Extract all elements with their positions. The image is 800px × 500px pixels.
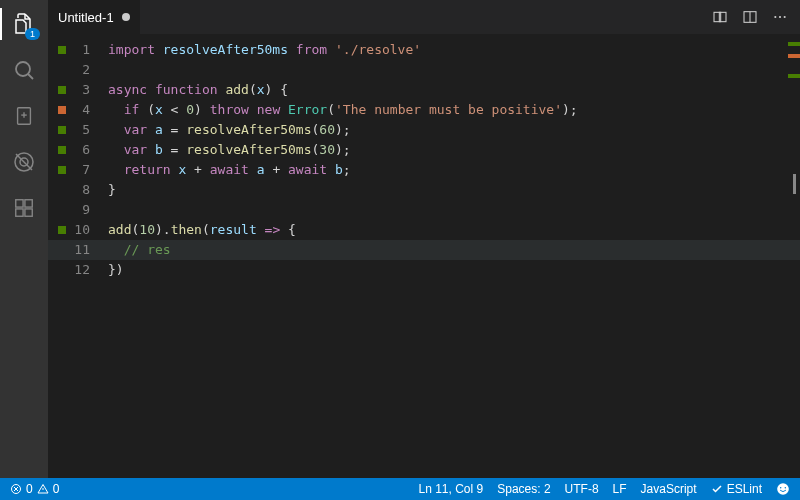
gutter-decoration-icon: [58, 126, 66, 134]
gutter-decoration-icon: [58, 146, 66, 154]
line-number: 3: [48, 80, 108, 100]
tab-untitled-1[interactable]: Untitled-1: [48, 0, 140, 34]
status-indent[interactable]: Spaces: 2: [497, 482, 550, 496]
explorer-badge: 1: [25, 28, 40, 40]
line-number: 8: [48, 180, 108, 200]
code-line[interactable]: // res: [108, 240, 800, 260]
gutter-decoration-icon: [58, 46, 66, 54]
debug-icon[interactable]: [10, 148, 38, 176]
status-eol[interactable]: LF: [613, 482, 627, 496]
line-number: 2: [48, 60, 108, 80]
status-feedback-icon[interactable]: [776, 482, 790, 496]
gutter-decoration-icon: [58, 86, 66, 94]
more-actions-icon[interactable]: [772, 9, 788, 25]
status-encoding[interactable]: UTF-8: [565, 482, 599, 496]
search-icon[interactable]: [10, 56, 38, 84]
line-number: 12: [48, 260, 108, 280]
split-editor-icon[interactable]: [742, 9, 758, 25]
svg-rect-10: [25, 209, 32, 216]
code-line[interactable]: import resolveAfter50ms from './resolve': [108, 40, 800, 60]
line-number: 6: [48, 140, 108, 160]
tab-bar: Untitled-1: [48, 0, 800, 34]
status-eslint[interactable]: ESLint: [711, 482, 762, 496]
svg-point-16: [774, 16, 776, 18]
code-line[interactable]: return x + await a + await b;: [108, 160, 800, 180]
status-bar: 0 0 Ln 11, Col 9 Spaces: 2 UTF-8 LF Java…: [0, 478, 800, 500]
code-line[interactable]: async function add(x) {: [108, 80, 800, 100]
code-line[interactable]: [108, 60, 800, 80]
tab-title: Untitled-1: [58, 10, 114, 25]
status-cursor[interactable]: Ln 11, Col 9: [419, 482, 484, 496]
editor[interactable]: 123456789101112 import resolveAfter50ms …: [48, 34, 800, 478]
overview-ruler: [788, 34, 800, 478]
code-line[interactable]: }): [108, 260, 800, 280]
line-number: 1: [48, 40, 108, 60]
line-gutter: 123456789101112: [48, 34, 108, 478]
extensions-icon[interactable]: [10, 194, 38, 222]
line-number: 11: [48, 240, 108, 260]
line-number: 7: [48, 160, 108, 180]
explorer-icon[interactable]: 1: [10, 10, 38, 38]
code-line[interactable]: add(10).then(result => {: [108, 220, 800, 240]
svg-point-23: [777, 483, 789, 495]
dirty-indicator-icon: [122, 13, 130, 21]
code-line[interactable]: [108, 200, 800, 220]
status-problems[interactable]: 0 0: [10, 482, 59, 496]
activity-bar: 1: [0, 0, 48, 478]
gutter-decoration-icon: [58, 226, 66, 234]
svg-point-25: [785, 487, 787, 489]
code-line[interactable]: var a = resolveAfter50ms(60);: [108, 120, 800, 140]
svg-rect-11: [25, 200, 32, 207]
compare-changes-icon[interactable]: [712, 9, 728, 25]
svg-rect-8: [16, 200, 23, 207]
gutter-decoration-icon: [58, 106, 66, 114]
status-language[interactable]: JavaScript: [641, 482, 697, 496]
code-line[interactable]: }: [108, 180, 800, 200]
svg-line-7: [16, 154, 32, 170]
source-control-icon[interactable]: [10, 102, 38, 130]
code-line[interactable]: if (x < 0) throw new Error('The number m…: [108, 100, 800, 120]
svg-rect-9: [16, 209, 23, 216]
line-number: 10: [48, 220, 108, 240]
svg-point-24: [780, 487, 782, 489]
svg-point-18: [784, 16, 786, 18]
code-area[interactable]: import resolveAfter50ms from './resolve'…: [108, 34, 800, 478]
svg-line-1: [28, 74, 33, 79]
line-number: 9: [48, 200, 108, 220]
line-number: 5: [48, 120, 108, 140]
svg-point-17: [779, 16, 781, 18]
gutter-decoration-icon: [58, 166, 66, 174]
line-number: 4: [48, 100, 108, 120]
svg-point-0: [16, 62, 30, 76]
code-line[interactable]: var b = resolveAfter50ms(30);: [108, 140, 800, 160]
